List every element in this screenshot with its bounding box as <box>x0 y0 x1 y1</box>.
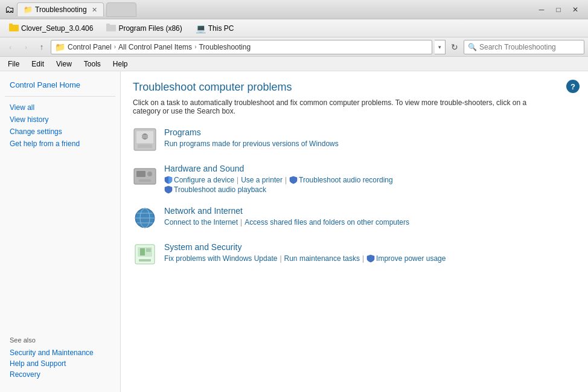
title-bar-left: 🗂 📁 Troubleshooting ✕ <box>5 2 136 17</box>
svg-rect-8 <box>142 135 148 138</box>
sidebar-item-control-panel-home[interactable]: Control Panel Home <box>0 79 120 91</box>
svg-rect-3 <box>106 24 110 26</box>
network-title[interactable]: Network and Internet <box>164 206 576 216</box>
sidebar-item-view-all[interactable]: View all <box>0 101 120 114</box>
programs-links: Run programs made for previous versions … <box>164 140 576 148</box>
sidebar-item-security-maintenance[interactable]: Security and Maintenance <box>10 347 110 358</box>
sidebar: Control Panel Home View all View history… <box>0 71 121 392</box>
forward-button[interactable]: › <box>19 40 33 54</box>
page-description: Click on a task to automatically trouble… <box>133 98 555 115</box>
sidebar-item-help-support[interactable]: Help and Support <box>10 358 110 369</box>
hardware-links: Configure a device | Use a printer | Tro… <box>164 176 576 184</box>
run-maintenance-link[interactable]: Run maintenance tasks <box>284 254 360 263</box>
tab-label: Troubleshooting <box>35 5 87 14</box>
network-icon <box>133 206 157 230</box>
content-area: ? Troubleshoot computer problems Click o… <box>121 71 588 392</box>
folder-icon <box>9 23 19 33</box>
bookmark-this-pc[interactable]: 💻 This PC <box>190 22 240 35</box>
menu-tools[interactable]: Tools <box>78 58 106 70</box>
security-links: Fix problems with Windows Update | Run m… <box>164 254 576 263</box>
programs-content: Programs Run programs made for previous … <box>164 127 576 148</box>
up-button[interactable]: ↑ <box>35 40 48 54</box>
category-security: System and Security Fix problems with Wi… <box>133 242 576 266</box>
address-bar: ‹ › ↑ 📁 Control Panel › All Control Pane… <box>0 37 588 57</box>
shield-icon-audio-rec <box>289 176 298 184</box>
improve-power-link[interactable]: Improve power usage <box>366 254 446 263</box>
svg-rect-10 <box>136 171 145 177</box>
search-box[interactable]: 🔍 <box>464 40 584 54</box>
window-controls: ─ □ ✕ <box>534 4 583 16</box>
troubleshoot-audio-play-link[interactable]: Troubleshoot audio playback <box>164 185 266 194</box>
svg-rect-6 <box>138 144 152 148</box>
folder-prog-icon <box>106 23 116 33</box>
svg-rect-22 <box>146 248 151 252</box>
sidebar-item-recovery[interactable]: Recovery <box>10 369 110 380</box>
menu-bar: File Edit View Tools Help <box>0 57 588 71</box>
use-printer-link[interactable]: Use a printer <box>241 176 283 184</box>
address-icon: 📁 <box>55 42 65 52</box>
menu-view[interactable]: View <box>51 58 77 70</box>
svg-rect-21 <box>140 248 145 255</box>
sidebar-item-change-settings[interactable]: Change settings <box>0 126 120 138</box>
category-programs: Programs Run programs made for previous … <box>133 127 576 152</box>
run-programs-link[interactable]: Run programs made for previous versions … <box>164 140 339 148</box>
network-content: Network and Internet Connect to the Inte… <box>164 206 576 227</box>
programs-icon <box>133 127 157 152</box>
menu-edit[interactable]: Edit <box>26 58 50 70</box>
main-layout: Control Panel Home View all View history… <box>0 71 588 392</box>
bookmark-program-files[interactable]: Program Files (x86) <box>101 21 187 35</box>
menu-file[interactable]: File <box>2 58 25 70</box>
svg-point-11 <box>147 172 152 176</box>
pc-icon: 💻 <box>196 24 206 33</box>
tab-close-button[interactable]: ✕ <box>92 6 97 14</box>
breadcrumb: Control Panel › All Control Panel Items … <box>68 43 251 51</box>
security-title[interactable]: System and Security <box>164 242 576 252</box>
hardware-links-2: Troubleshoot audio playback <box>164 185 576 194</box>
breadcrumb-arrow-1: › <box>114 43 116 50</box>
breadcrumb-all-items[interactable]: All Control Panel Items <box>118 43 192 51</box>
shield-icon-power <box>366 254 375 263</box>
refresh-button[interactable]: ↻ <box>448 40 461 54</box>
back-button[interactable]: ‹ <box>4 40 17 54</box>
sidebar-item-view-history[interactable]: View history <box>0 114 120 126</box>
bookmark-clover-label: Clover_Setup_3.0.406 <box>21 24 93 33</box>
tab-icon: 📁 <box>24 5 33 14</box>
svg-rect-12 <box>139 179 151 182</box>
search-glass-icon: 🔍 <box>468 43 477 51</box>
programs-title[interactable]: Programs <box>164 127 576 137</box>
breadcrumb-troubleshooting[interactable]: Troubleshooting <box>199 43 251 51</box>
connect-internet-link[interactable]: Connect to the Internet <box>164 218 238 227</box>
svg-rect-1 <box>9 24 13 26</box>
fix-windows-update-link[interactable]: Fix problems with Windows Update <box>164 254 277 263</box>
page-title: Troubleshoot computer problems <box>133 81 576 94</box>
inactive-tab[interactable] <box>106 2 136 17</box>
network-links: Connect to the Internet | Access shared … <box>164 218 576 227</box>
title-bar: 🗂 📁 Troubleshooting ✕ ─ □ ✕ <box>0 0 588 19</box>
minimize-button[interactable]: ─ <box>534 4 549 16</box>
shield-icon-audio-play <box>164 185 173 194</box>
address-field[interactable]: 📁 Control Panel › All Control Panel Item… <box>51 40 432 54</box>
access-shared-link[interactable]: Access shared files and folders on other… <box>244 218 409 227</box>
security-content: System and Security Fix problems with Wi… <box>164 242 576 263</box>
hardware-title[interactable]: Hardware and Sound <box>164 164 576 173</box>
maximize-button[interactable]: □ <box>551 4 566 16</box>
search-input[interactable] <box>479 43 580 51</box>
address-dropdown-button[interactable]: ▾ <box>435 40 446 54</box>
close-button[interactable]: ✕ <box>567 4 583 16</box>
hardware-content: Hardware and Sound Configure a device | … <box>164 164 576 194</box>
sidebar-see-also: See also Security and Maintenance Help a… <box>0 332 120 385</box>
bookmarks-bar: Clover_Setup_3.0.406 Program Files (x86)… <box>0 19 588 37</box>
help-button[interactable]: ? <box>566 80 580 93</box>
bookmark-clover[interactable]: Clover_Setup_3.0.406 <box>4 21 98 35</box>
breadcrumb-control-panel[interactable]: Control Panel <box>68 43 112 51</box>
hardware-icon <box>133 164 157 188</box>
menu-help[interactable]: Help <box>107 58 133 70</box>
active-tab[interactable]: 📁 Troubleshooting ✕ <box>17 2 104 16</box>
sidebar-item-get-help[interactable]: Get help from a friend <box>0 138 120 150</box>
app-icon: 🗂 <box>5 4 14 15</box>
svg-rect-20 <box>139 259 151 262</box>
troubleshoot-audio-rec-link[interactable]: Troubleshoot audio recording <box>289 176 393 184</box>
configure-device-link[interactable]: Configure a device <box>164 176 234 184</box>
security-icon <box>133 242 157 266</box>
bookmark-this-pc-label: This PC <box>208 24 234 33</box>
